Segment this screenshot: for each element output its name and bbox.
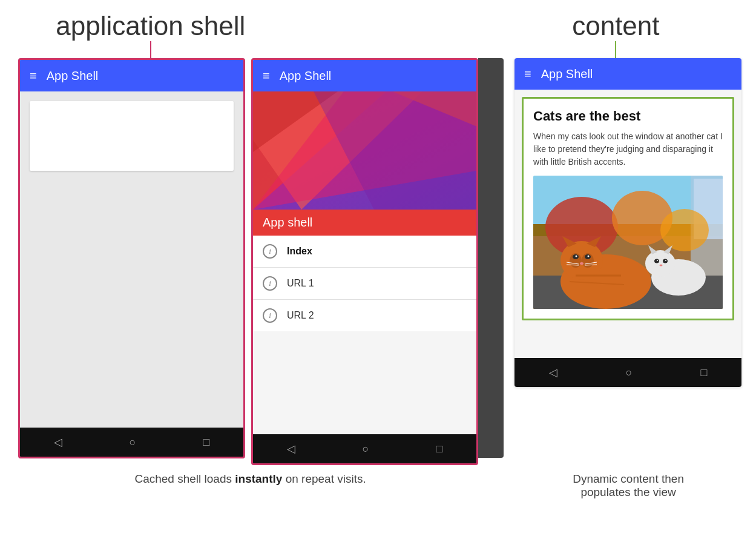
phone1-body xyxy=(20,91,243,428)
phone2-hero-label: App shell xyxy=(263,216,312,229)
left-connector-line xyxy=(150,41,151,58)
phones-row: ≡ App Shell ◁ ○ □ xyxy=(0,58,756,465)
info-icon-3: i xyxy=(263,308,277,323)
phone3-frame: ≡ App Shell Cats are the best When my ca… xyxy=(514,58,741,387)
hamburger-icon-1: ≡ xyxy=(30,69,37,83)
phone2-navbar: ◁ ○ □ xyxy=(253,434,476,463)
content-title: Cats are the best xyxy=(533,108,723,124)
phone2-hero xyxy=(253,91,476,210)
top-labels-row: application shell content xyxy=(0,0,756,58)
right-caption: Dynamic content then populates the view xyxy=(519,472,738,499)
right-connector-line xyxy=(615,41,616,58)
recent-icon-1: □ xyxy=(203,436,210,449)
menu-item-url2: i URL 2 xyxy=(253,300,476,331)
dual-connector-block xyxy=(271,11,497,58)
phone2-title: App Shell xyxy=(280,69,332,83)
caption-bold: instantly xyxy=(235,472,282,485)
svg-point-25 xyxy=(588,256,590,257)
recent-icon-2: □ xyxy=(436,443,443,455)
recent-icon-3: □ xyxy=(701,366,708,379)
svg-point-35 xyxy=(654,259,659,263)
svg-point-36 xyxy=(663,259,668,263)
phone1-frame: ≡ App Shell ◁ ○ □ xyxy=(18,58,245,458)
right-caption-line1: Dynamic content then xyxy=(519,472,738,486)
content-label: content xyxy=(572,11,659,41)
captions-row: Cached shell loads instantly on repeat v… xyxy=(0,465,756,506)
phone2-red-banner: App shell xyxy=(253,210,476,236)
svg-point-32 xyxy=(645,250,675,277)
phone3-col: ≡ App Shell Cats are the best When my ca… xyxy=(514,58,741,387)
phone2-appbar: ≡ App Shell xyxy=(253,60,476,91)
menu-label-2: URL 1 xyxy=(287,278,314,289)
cat-svg xyxy=(533,176,723,309)
home-icon-2: ○ xyxy=(363,443,369,455)
content-body: When my cats look out the window at anot… xyxy=(533,130,723,168)
menu-item-index: i Index xyxy=(253,236,476,268)
svg-point-37 xyxy=(657,260,658,261)
info-icon-1: i xyxy=(263,244,277,259)
content-box: Cats are the best When my cats look out … xyxy=(522,97,734,320)
phone3-body: Cats are the best When my cats look out … xyxy=(514,90,741,358)
app-shell-label: application shell xyxy=(56,11,245,41)
info-icon-2: i xyxy=(263,276,277,291)
caption-left-pre: Cached shell loads xyxy=(134,472,235,485)
phone1-appbar: ≡ App Shell xyxy=(20,60,243,91)
back-icon-2: ◁ xyxy=(287,442,295,455)
svg-point-24 xyxy=(576,256,577,257)
shadow-panel xyxy=(478,58,504,458)
right-caption-line2: populates the view xyxy=(519,486,738,499)
svg-point-26 xyxy=(580,262,583,265)
back-icon-1: ◁ xyxy=(54,435,62,449)
menu-label-3: URL 2 xyxy=(287,310,314,321)
menu-filler xyxy=(253,331,476,434)
phone1-col: ≡ App Shell ◁ ○ □ xyxy=(18,58,245,458)
home-icon-3: ○ xyxy=(626,366,633,379)
content-label-block: content xyxy=(506,11,726,58)
hamburger-icon-2: ≡ xyxy=(263,69,270,83)
phone2-menu: i Index i URL 1 i URL 2 xyxy=(253,236,476,434)
left-caption: Cached shell loads instantly on repeat v… xyxy=(18,472,482,499)
phone2-col: ≡ App Shell xyxy=(251,58,478,465)
svg-point-15 xyxy=(660,209,709,251)
phone3-footer-space xyxy=(522,320,734,351)
phone2-frame: ≡ App Shell xyxy=(251,58,478,465)
caption-left-post: on repeat visits. xyxy=(282,472,366,485)
phone3-title: App Shell xyxy=(541,67,593,81)
svg-point-38 xyxy=(665,260,666,261)
back-icon-3: ◁ xyxy=(549,366,557,379)
home-icon-1: ○ xyxy=(130,436,136,449)
app-shell-label-block: application shell xyxy=(30,11,271,58)
phone3-navbar: ◁ ○ □ xyxy=(514,358,741,387)
menu-item-url1: i URL 1 xyxy=(253,268,476,300)
cat-image xyxy=(533,176,723,309)
hamburger-icon-3: ≡ xyxy=(524,67,531,81)
hero-svg xyxy=(253,91,476,210)
phone1-title: App Shell xyxy=(47,69,99,83)
phone3-appbar: ≡ App Shell xyxy=(514,58,741,90)
menu-label-1: Index xyxy=(287,246,312,257)
phone1-navbar: ◁ ○ □ xyxy=(20,428,243,457)
phone1-card xyxy=(30,101,234,171)
svg-point-39 xyxy=(660,265,663,266)
